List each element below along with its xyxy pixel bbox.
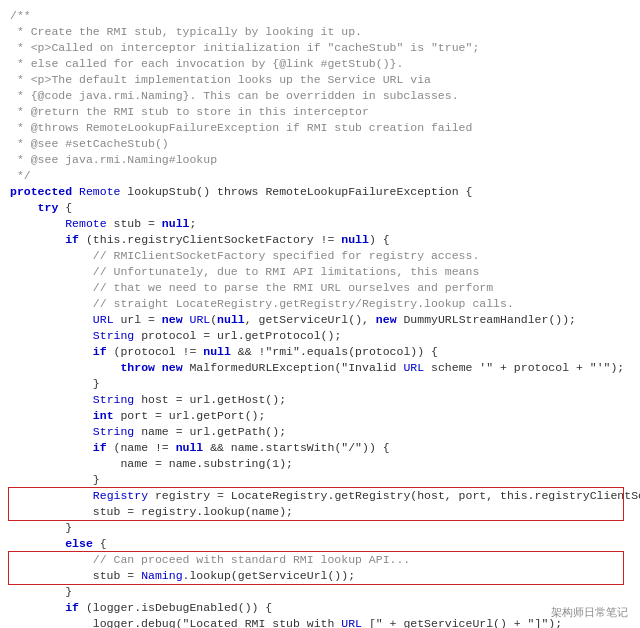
code-line: Remote stub = null; bbox=[10, 216, 630, 232]
highlight-box-naming bbox=[8, 551, 624, 585]
code-line: } bbox=[10, 584, 630, 600]
code-line: * {@code java.rmi.Naming}. This can be o… bbox=[10, 88, 630, 104]
code-line: // that we need to parse the RMI URL our… bbox=[10, 280, 630, 296]
code-line: * else called for each invocation by {@l… bbox=[10, 56, 630, 72]
code-line: * @return the RMI stub to store in this … bbox=[10, 104, 630, 120]
code-line: else { bbox=[10, 536, 630, 552]
code-line: * <p>Called on interceptor initializatio… bbox=[10, 40, 630, 56]
code-line: * Create the RMI stub, typically by look… bbox=[10, 24, 630, 40]
code-line: protected Remote lookupStub() throws Rem… bbox=[10, 184, 630, 200]
code-line: } bbox=[10, 520, 630, 536]
code-line: if (this.registryClientSocketFactory != … bbox=[10, 232, 630, 248]
code-lines: /** * Create the RMI stub, typically by … bbox=[10, 8, 630, 628]
code-line: name = name.substring(1); bbox=[10, 456, 630, 472]
code-line: logger.debug("Located RMI stub with URL … bbox=[10, 616, 630, 628]
watermark: 架构师日常笔记 bbox=[551, 605, 628, 620]
code-line: String protocol = url.getProtocol(); bbox=[10, 328, 630, 344]
code-line: * @see #setCacheStub() bbox=[10, 136, 630, 152]
code-line: String name = url.getPath(); bbox=[10, 424, 630, 440]
code-line: if (protocol != null && !"rmi".equals(pr… bbox=[10, 344, 630, 360]
code-line: try { bbox=[10, 200, 630, 216]
code-line: } bbox=[10, 472, 630, 488]
code-line: /** bbox=[10, 8, 630, 24]
code-line: */ bbox=[10, 168, 630, 184]
code-line: * @throws RemoteLookupFailureException i… bbox=[10, 120, 630, 136]
code-line: if (name != null && name.startsWith("/")… bbox=[10, 440, 630, 456]
code-line: * @see java.rmi.Naming#lookup bbox=[10, 152, 630, 168]
code-line: * <p>The default implementation looks up… bbox=[10, 72, 630, 88]
highlight-box-registry bbox=[8, 487, 624, 521]
code-line: int port = url.getPort(); bbox=[10, 408, 630, 424]
code-line: // RMIClientSocketFactory specified for … bbox=[10, 248, 630, 264]
code-line: // straight LocateRegistry.getRegistry/R… bbox=[10, 296, 630, 312]
code-line: // Unfortunately, due to RMI API limitat… bbox=[10, 264, 630, 280]
code-line: if (logger.isDebugEnabled()) { bbox=[10, 600, 630, 616]
code-line: URL url = new URL(null, getServiceUrl(),… bbox=[10, 312, 630, 328]
code-line: String host = url.getHost(); bbox=[10, 392, 630, 408]
code-line: } bbox=[10, 376, 630, 392]
code-container: /** * Create the RMI stub, typically by … bbox=[0, 0, 640, 628]
code-line: throw new MalformedURLException("Invalid… bbox=[10, 360, 630, 376]
